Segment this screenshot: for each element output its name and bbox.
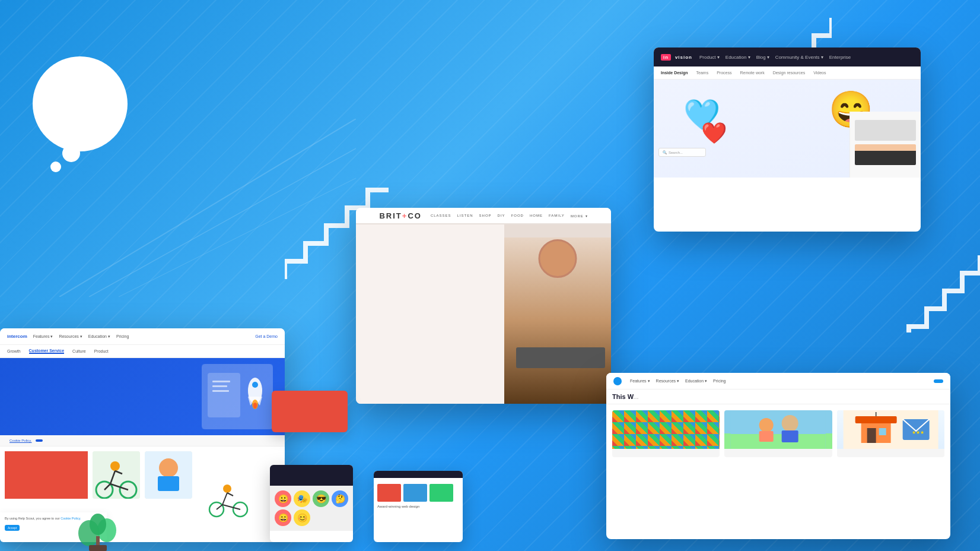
helpscout-logo	[613, 377, 624, 385]
britco-listen[interactable]: LISTEN	[457, 214, 473, 218]
britco-diy[interactable]: DIY	[498, 214, 505, 218]
invision-nav-enterprise[interactable]: Enterprise	[829, 55, 851, 60]
invision-subnav: Inside Design Teams Process Remote work …	[654, 66, 921, 80]
helpscout-free-trial[interactable]	[934, 379, 943, 383]
helpscout-resources[interactable]: Resources ▾	[656, 379, 679, 384]
shop-illustration: ★★★	[837, 410, 944, 449]
face-1: 😀	[275, 490, 291, 507]
hs-cookie-accept[interactable]: Accept	[5, 525, 20, 531]
invision-nav-blog[interactable]: Blog ▾	[756, 55, 769, 60]
invision-nav: in vision Product ▾ Education ▾ Blog ▾ C…	[654, 48, 921, 66]
svg-rect-6	[759, 431, 774, 442]
invision-design-resources[interactable]: Design resources	[773, 71, 805, 75]
svg-point-7	[782, 415, 798, 432]
intercom-resources[interactable]: Resources ▾	[59, 334, 82, 339]
britco-nav-items: CLASSES LISTEN SHOP DIY FOOD HOME FAMILY…	[431, 214, 588, 218]
intercom-hero-img	[202, 364, 273, 429]
face-3: 😎	[313, 490, 329, 507]
invision-videos[interactable]: Videos	[813, 71, 826, 75]
britco-home[interactable]: HOME	[530, 214, 543, 218]
invision-nav-items: Product ▾ Education ▾ Blog ▾ Community &…	[699, 55, 851, 60]
invision-remote[interactable]: Remote work	[740, 71, 764, 75]
helpscout-card-3[interactable]: ★★★	[837, 410, 944, 457]
invision-nav-product[interactable]: Product ▾	[699, 55, 720, 60]
svg-rect-19	[212, 381, 230, 382]
helpscout-main-card: Features ▾ Resources ▾ Education ▾ Prici…	[606, 373, 950, 539]
tab-culture[interactable]: Culture	[72, 349, 86, 353]
orange-card	[272, 391, 348, 432]
svg-rect-21	[212, 390, 229, 392]
invision-hero: 🩵 😄 ❤️ 2 🔍Search...	[654, 80, 921, 178]
cookie-policy-link[interactable]: Cookie Policy.	[9, 439, 32, 442]
person-svg	[145, 451, 192, 499]
britco-more[interactable]: MORE ▾	[571, 214, 588, 218]
people-illustration	[724, 410, 832, 449]
face-6: 😊	[294, 509, 310, 526]
dramatist-content: 😀 🎭 😎 🤔 😄 😊	[270, 486, 353, 531]
intercom-featured-block	[5, 451, 88, 499]
svg-point-40	[90, 514, 106, 535]
svg-rect-4	[731, 434, 826, 449]
recent-img-person	[855, 144, 916, 165]
helpscout-pricing[interactable]: Pricing	[713, 379, 726, 383]
awwwards-card: Award-winning web design	[374, 471, 463, 542]
tab-product[interactable]: Product	[94, 349, 109, 353]
svg-line-46	[222, 493, 227, 505]
intercom-hero	[0, 358, 285, 435]
helpscout-card-1[interactable]	[612, 410, 720, 457]
awwwards-content: Award-winning web design	[374, 478, 463, 513]
helpscout-features[interactable]: Features ▾	[630, 379, 650, 384]
helpscout-card-3-image: ★★★	[837, 410, 944, 449]
awwwards-desc: Award-winning web design	[377, 504, 459, 509]
helpscout-this-week: This W...	[606, 390, 950, 404]
svg-point-45	[223, 484, 231, 493]
svg-text:★★★: ★★★	[911, 430, 924, 435]
intercom-pricing[interactable]: Pricing	[116, 334, 129, 338]
invision-nav-community[interactable]: Community & Events ▾	[775, 55, 823, 60]
svg-rect-12	[879, 428, 886, 435]
svg-point-5	[759, 418, 774, 432]
svg-point-23	[252, 382, 258, 388]
cyclist-svg	[93, 451, 140, 499]
tab-customer-service[interactable]: Customer Service	[29, 349, 65, 354]
svg-line-47	[217, 505, 222, 509]
svg-rect-42	[89, 545, 107, 551]
helpscout-card-2[interactable]	[724, 410, 832, 457]
intercom-cookie-bar: Cookie Policy.	[0, 435, 285, 446]
helpscout-card-3-body	[837, 449, 944, 457]
svg-rect-20	[212, 385, 227, 387]
svg-rect-27	[93, 451, 140, 499]
britco-food[interactable]: FOOD	[511, 214, 524, 218]
svg-point-26	[253, 403, 257, 408]
invision-process[interactable]: Process	[717, 71, 731, 75]
small-cyclist	[208, 477, 249, 518]
invision-nav-education[interactable]: Education ▾	[726, 55, 750, 60]
dramatist-card: 😀 🎭 😎 🤔 😄 😊	[270, 465, 353, 542]
svg-point-36	[159, 458, 178, 477]
helpscout-card-1-image	[612, 410, 720, 449]
cookie-accept-button[interactable]	[36, 439, 43, 442]
helpscout-card-2-image	[724, 410, 832, 449]
britco-nav: BRIT+CO CLASSES LISTEN SHOP DIY FOOD HOM…	[356, 208, 611, 224]
svg-rect-37	[158, 476, 179, 491]
britco-family[interactable]: FAMILY	[549, 214, 565, 218]
invision-inside-design[interactable]: Inside Design	[661, 71, 688, 75]
intercom-education[interactable]: Education ▾	[88, 334, 110, 339]
main-title-area	[86, 6, 442, 9]
intercom-features[interactable]: Features ▾	[33, 334, 53, 339]
britco-shop[interactable]: SHOP	[479, 214, 492, 218]
emoji-heart-red: ❤️	[701, 121, 727, 145]
helpscout-grid: ★★★	[606, 404, 950, 463]
intercom-get-demo[interactable]: Get a Demo	[255, 334, 278, 338]
svg-rect-11	[867, 428, 876, 443]
svg-rect-13	[855, 416, 896, 423]
britco-head	[539, 239, 577, 278]
helpscout-education[interactable]: Education ▾	[685, 379, 707, 384]
helpscout-nav: Features ▾ Resources ▾ Education ▾ Prici…	[606, 373, 950, 390]
tab-growth[interactable]: Growth	[7, 349, 21, 353]
britco-classes[interactable]: CLASSES	[431, 214, 451, 218]
invision-teams[interactable]: Teams	[696, 71, 709, 75]
intercom-tabs: Growth Customer Service Culture Product	[0, 345, 285, 358]
aw-img-2	[403, 484, 427, 502]
invision-search[interactable]: 🔍Search...	[658, 148, 706, 157]
